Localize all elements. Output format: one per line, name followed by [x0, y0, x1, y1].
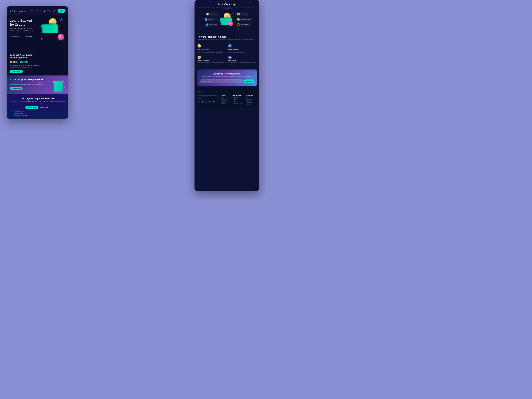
site-logo: SALT [10, 10, 17, 12]
step-2: 02 Customize Loan When it comes to secur… [228, 44, 256, 53]
process-title: How Do I Request A Loan? [197, 35, 256, 38]
step-title-3: Deposit Collateral [197, 60, 226, 61]
hodl-section: A Loan Designed To Help You HODL. Unlike… [7, 76, 68, 94]
facebook-icon[interactable]: f [201, 101, 204, 103]
download-btn-2[interactable]: Download Now [22, 35, 33, 38]
eth-label: Ethereum (ETH) [208, 19, 217, 20]
user-count: 200,000+ [20, 61, 28, 63]
process-steps-col-2: 02 Customize Loan When it comes to secur… [228, 44, 256, 65]
asset-bch: ₿ Bitcoin Cash (BCH) [236, 18, 252, 21]
bch-label: Bitcoin Cash (BCH) [241, 19, 251, 20]
subscribe-section: Subscribe to our Newsletter Stay Up-To-D… [197, 70, 257, 86]
twitter-icon[interactable]: 𝕏 [197, 101, 200, 103]
footer-learning-protocol[interactable]: SALT Learning Protocol [246, 99, 256, 101]
youtube-icon[interactable]: ▶ [205, 101, 208, 103]
get-started-now-button[interactable]: Get Started Now [10, 87, 23, 90]
step-3: 03 Deposit Collateral When you're in nee… [197, 56, 226, 65]
asset-pax: P PAX Gold (PAXG) [236, 23, 251, 27]
step-number-3: 03 [197, 56, 201, 59]
step-desc-1: Sure! Could you please clarify what you … [197, 50, 226, 53]
footer-about-col: About SALT Company Careers Media Kit Aut… [233, 95, 244, 106]
hero-illustration: ↺ $ $ ₿ ↺ [40, 17, 66, 44]
footer-business-loans[interactable]: Business Loans [221, 99, 231, 100]
original-buttons: Sign Up Today Where We Lend → [10, 106, 65, 109]
original-subtitle: The Concept Of The Original Crypto-Backe… [10, 101, 65, 104]
footer-company[interactable]: Company [233, 97, 244, 98]
sign-up-today-button[interactable]: Sign Up Today [25, 106, 38, 109]
hodl-subtitle: Unlike a traditional loan that takes you… [10, 82, 50, 85]
bitcoin-icon: ₿ [206, 13, 209, 15]
process-subtitle: Selecting The Ideal Loan Option To Align… [197, 39, 256, 42]
step-desc-2: When it comes to securing a loan, we und… [228, 50, 256, 53]
footer-home[interactable]: Home [221, 97, 231, 98]
where-we-lend-button[interactable]: Where We Lend → [40, 107, 50, 108]
step-title-4: Get Funding [228, 60, 256, 61]
footer-loans-faqs[interactable]: Loans & FAQs [246, 102, 256, 103]
footer-stabilization[interactable]: Stablization [221, 103, 231, 104]
main-card: SALT For Businesses Products Resources S… [7, 6, 68, 119]
center-coins: ↺ $ $ ₿ ↺ [219, 12, 234, 27]
footer-personal-loans[interactable]: Personal Loans [221, 101, 231, 102]
assets-title: Assets We Accept [197, 3, 256, 6]
tether-icon: T [206, 23, 209, 26]
hero-subtitle: Loans backed by cryptocurrencies, referr… [10, 28, 35, 33]
coin-pink: ₿ [58, 34, 64, 40]
dont-sell-description: This arrangement also reduces the lender… [10, 65, 43, 68]
arrow-icon-2: ↺ [40, 37, 44, 41]
signup-button[interactable]: Sign Up [58, 9, 65, 13]
original-title: The Original Crypto Backed Loan [10, 97, 65, 100]
arrow-center-1: ↺ [230, 12, 234, 16]
footer-resources-col: Resources Blog SALT Learning Protocol Lo… [246, 95, 256, 106]
footer-col-about: arrangement also reduces the lender's ri… [197, 95, 218, 106]
download-btn-1[interactable]: Download Now [10, 35, 21, 38]
footer: SALT arrangement also reduces the lender… [195, 88, 259, 108]
asset-litecoin: Ł Litecoin (LTC) [236, 12, 249, 16]
email-input[interactable] [200, 79, 243, 83]
nav-resources[interactable]: Resources [36, 9, 42, 12]
footer-contacts[interactable]: Contacts [246, 104, 256, 105]
eth-icon: Ξ [205, 18, 208, 21]
footer-about-title: About SALT [233, 95, 244, 96]
footer-media-kit[interactable]: Media Kit [233, 101, 244, 102]
avatar-3 [15, 61, 18, 63]
subscribe-button[interactable]: Subscribe [244, 79, 254, 83]
feature-2: APRs From 0.95% [13, 113, 62, 114]
login-button[interactable]: Log In [53, 9, 56, 12]
hero-section: Loans Backed By Crypto Loans backed by c… [7, 15, 68, 52]
hodl-illustration: ₿ $ ₿ [52, 78, 65, 92]
instagram-icon[interactable]: ◉ [209, 101, 211, 103]
footer-social: 𝕏 f ▶ ◉ in [197, 101, 218, 103]
footer-logo: SALT [197, 91, 256, 93]
original-section: The Original Crypto Backed Loan The Conc… [7, 94, 68, 119]
footer-blog[interactable]: Blog [246, 97, 256, 98]
money-stack: $ [42, 24, 58, 34]
footer-authorized-partner[interactable]: Authorized Partner [233, 103, 244, 104]
footer-careers[interactable]: Careers [233, 99, 244, 100]
wallet-shape [54, 81, 63, 92]
hodl-title: A Loan Designed To Help You HODL. [10, 78, 50, 81]
arrow-icon-1: ↺ [59, 17, 64, 23]
process-section: PROCESS How Do I Request A Loan? Selecti… [195, 29, 259, 67]
linkedin-icon[interactable]: in [212, 101, 215, 103]
subscribe-form: Subscribe [200, 79, 254, 83]
nav-salt-learn[interactable]: SALT Learn [44, 9, 51, 12]
nav-for-businesses[interactable]: For Businesses [19, 9, 27, 12]
feature-1: Starting From $1,000* [13, 111, 62, 112]
asset-ethereum: Ξ Ethereum (ETH) [203, 18, 218, 21]
get-started-button[interactable]: Get Started [10, 70, 23, 73]
bitcoin-float-1: ₿ [63, 79, 64, 82]
subscribe-subtitle: Stay Up-To-Date With The Latest News, Tr… [200, 76, 254, 77]
bitcoin-float-3: ₿ [64, 87, 65, 89]
assets-subtitle: Selecting The Ideal Loan Option To Align… [197, 6, 256, 10]
step-title-1: Sign Up And Verify [197, 48, 226, 50]
process-label: PROCESS [197, 33, 205, 34]
dont-sell-section: Don't Sell Your Crypto, Borrow Against I… [7, 52, 68, 76]
step-number-1: 01 [197, 44, 201, 48]
loan-features: Starting From $1,000* APRs From 0.95% Te… [10, 111, 65, 116]
nav-products[interactable]: Products [29, 9, 34, 12]
bitcoin-label: Bitcoin (BTC) [210, 13, 217, 15]
subscribe-title: Subscribe to our Newsletter [200, 72, 254, 75]
pax-icon: P [237, 23, 240, 26]
bitcoin-float-2: $ [53, 81, 54, 83]
step-1: 01 Sign Up And Verify Sure! Could you pl… [197, 44, 226, 53]
